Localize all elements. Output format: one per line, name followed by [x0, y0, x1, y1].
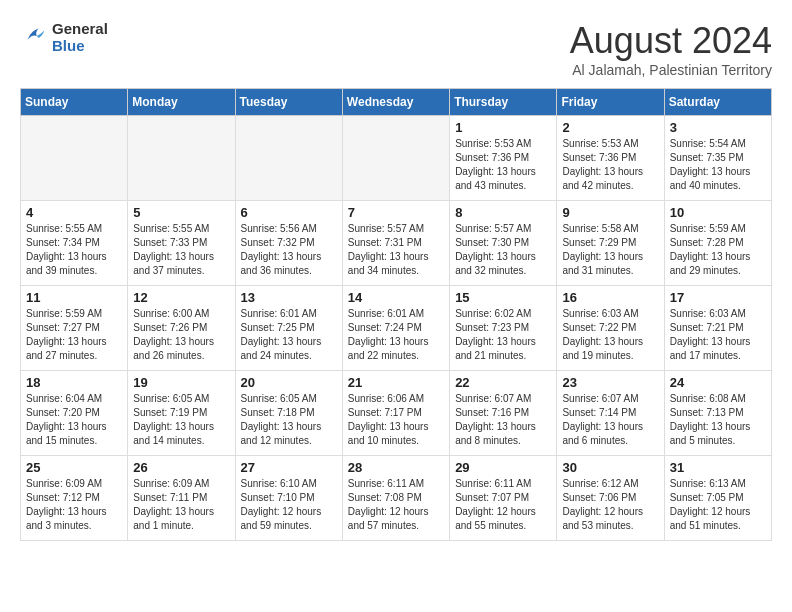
day-info: Sunrise: 5:53 AM Sunset: 7:36 PM Dayligh…: [562, 137, 658, 193]
day-info: Sunrise: 6:09 AM Sunset: 7:11 PM Dayligh…: [133, 477, 229, 533]
day-number: 4: [26, 205, 122, 220]
day-info: Sunrise: 6:03 AM Sunset: 7:21 PM Dayligh…: [670, 307, 766, 363]
calendar-cell: [342, 116, 449, 201]
calendar-cell: 30Sunrise: 6:12 AM Sunset: 7:06 PM Dayli…: [557, 456, 664, 541]
day-number: 22: [455, 375, 551, 390]
day-number: 10: [670, 205, 766, 220]
calendar-cell: 13Sunrise: 6:01 AM Sunset: 7:25 PM Dayli…: [235, 286, 342, 371]
day-number: 8: [455, 205, 551, 220]
day-info: Sunrise: 6:07 AM Sunset: 7:14 PM Dayligh…: [562, 392, 658, 448]
calendar-cell: 9Sunrise: 5:58 AM Sunset: 7:29 PM Daylig…: [557, 201, 664, 286]
month-title: August 2024: [570, 20, 772, 62]
day-info: Sunrise: 6:11 AM Sunset: 7:07 PM Dayligh…: [455, 477, 551, 533]
calendar-title-block: August 2024 Al Jalamah, Palestinian Terr…: [570, 20, 772, 78]
day-info: Sunrise: 6:08 AM Sunset: 7:13 PM Dayligh…: [670, 392, 766, 448]
day-number: 28: [348, 460, 444, 475]
day-info: Sunrise: 5:55 AM Sunset: 7:34 PM Dayligh…: [26, 222, 122, 278]
day-number: 2: [562, 120, 658, 135]
day-info: Sunrise: 5:58 AM Sunset: 7:29 PM Dayligh…: [562, 222, 658, 278]
day-info: Sunrise: 6:01 AM Sunset: 7:25 PM Dayligh…: [241, 307, 337, 363]
day-number: 26: [133, 460, 229, 475]
day-info: Sunrise: 6:12 AM Sunset: 7:06 PM Dayligh…: [562, 477, 658, 533]
calendar-cell: 6Sunrise: 5:56 AM Sunset: 7:32 PM Daylig…: [235, 201, 342, 286]
calendar-cell: [128, 116, 235, 201]
calendar-cell: 24Sunrise: 6:08 AM Sunset: 7:13 PM Dayli…: [664, 371, 771, 456]
calendar-cell: 15Sunrise: 6:02 AM Sunset: 7:23 PM Dayli…: [450, 286, 557, 371]
day-number: 13: [241, 290, 337, 305]
calendar-cell: 25Sunrise: 6:09 AM Sunset: 7:12 PM Dayli…: [21, 456, 128, 541]
day-number: 24: [670, 375, 766, 390]
calendar-cell: 23Sunrise: 6:07 AM Sunset: 7:14 PM Dayli…: [557, 371, 664, 456]
day-info: Sunrise: 5:56 AM Sunset: 7:32 PM Dayligh…: [241, 222, 337, 278]
calendar-cell: 2Sunrise: 5:53 AM Sunset: 7:36 PM Daylig…: [557, 116, 664, 201]
day-number: 18: [26, 375, 122, 390]
day-info: Sunrise: 6:03 AM Sunset: 7:22 PM Dayligh…: [562, 307, 658, 363]
day-info: Sunrise: 6:11 AM Sunset: 7:08 PM Dayligh…: [348, 477, 444, 533]
header-thursday: Thursday: [450, 89, 557, 116]
day-info: Sunrise: 6:05 AM Sunset: 7:19 PM Dayligh…: [133, 392, 229, 448]
page-header: General Blue August 2024 Al Jalamah, Pal…: [20, 20, 772, 78]
day-number: 23: [562, 375, 658, 390]
day-number: 31: [670, 460, 766, 475]
day-info: Sunrise: 5:55 AM Sunset: 7:33 PM Dayligh…: [133, 222, 229, 278]
day-number: 6: [241, 205, 337, 220]
location-title: Al Jalamah, Palestinian Territory: [570, 62, 772, 78]
calendar-table: Sunday Monday Tuesday Wednesday Thursday…: [20, 88, 772, 541]
day-number: 9: [562, 205, 658, 220]
day-number: 12: [133, 290, 229, 305]
calendar-cell: 28Sunrise: 6:11 AM Sunset: 7:08 PM Dayli…: [342, 456, 449, 541]
day-info: Sunrise: 5:59 AM Sunset: 7:28 PM Dayligh…: [670, 222, 766, 278]
day-number: 15: [455, 290, 551, 305]
calendar-cell: 16Sunrise: 6:03 AM Sunset: 7:22 PM Dayli…: [557, 286, 664, 371]
logo: General Blue: [20, 20, 108, 54]
header-sunday: Sunday: [21, 89, 128, 116]
calendar-cell: 29Sunrise: 6:11 AM Sunset: 7:07 PM Dayli…: [450, 456, 557, 541]
day-number: 5: [133, 205, 229, 220]
calendar-week-2: 4Sunrise: 5:55 AM Sunset: 7:34 PM Daylig…: [21, 201, 772, 286]
calendar-cell: [21, 116, 128, 201]
day-info: Sunrise: 6:09 AM Sunset: 7:12 PM Dayligh…: [26, 477, 122, 533]
day-number: 7: [348, 205, 444, 220]
calendar-cell: 21Sunrise: 6:06 AM Sunset: 7:17 PM Dayli…: [342, 371, 449, 456]
calendar-cell: 17Sunrise: 6:03 AM Sunset: 7:21 PM Dayli…: [664, 286, 771, 371]
day-info: Sunrise: 6:07 AM Sunset: 7:16 PM Dayligh…: [455, 392, 551, 448]
header-monday: Monday: [128, 89, 235, 116]
calendar-cell: 20Sunrise: 6:05 AM Sunset: 7:18 PM Dayli…: [235, 371, 342, 456]
calendar-cell: 18Sunrise: 6:04 AM Sunset: 7:20 PM Dayli…: [21, 371, 128, 456]
day-info: Sunrise: 5:53 AM Sunset: 7:36 PM Dayligh…: [455, 137, 551, 193]
day-info: Sunrise: 5:57 AM Sunset: 7:30 PM Dayligh…: [455, 222, 551, 278]
calendar-cell: 11Sunrise: 5:59 AM Sunset: 7:27 PM Dayli…: [21, 286, 128, 371]
calendar-cell: 22Sunrise: 6:07 AM Sunset: 7:16 PM Dayli…: [450, 371, 557, 456]
calendar-week-3: 11Sunrise: 5:59 AM Sunset: 7:27 PM Dayli…: [21, 286, 772, 371]
logo-text: General Blue: [52, 20, 108, 54]
day-info: Sunrise: 5:59 AM Sunset: 7:27 PM Dayligh…: [26, 307, 122, 363]
calendar-cell: [235, 116, 342, 201]
day-number: 29: [455, 460, 551, 475]
day-info: Sunrise: 5:57 AM Sunset: 7:31 PM Dayligh…: [348, 222, 444, 278]
day-info: Sunrise: 6:10 AM Sunset: 7:10 PM Dayligh…: [241, 477, 337, 533]
day-info: Sunrise: 6:06 AM Sunset: 7:17 PM Dayligh…: [348, 392, 444, 448]
header-friday: Friday: [557, 89, 664, 116]
calendar-cell: 4Sunrise: 5:55 AM Sunset: 7:34 PM Daylig…: [21, 201, 128, 286]
day-number: 11: [26, 290, 122, 305]
day-info: Sunrise: 6:05 AM Sunset: 7:18 PM Dayligh…: [241, 392, 337, 448]
calendar-cell: 31Sunrise: 6:13 AM Sunset: 7:05 PM Dayli…: [664, 456, 771, 541]
calendar-cell: 19Sunrise: 6:05 AM Sunset: 7:19 PM Dayli…: [128, 371, 235, 456]
day-info: Sunrise: 6:02 AM Sunset: 7:23 PM Dayligh…: [455, 307, 551, 363]
day-number: 16: [562, 290, 658, 305]
calendar-cell: 27Sunrise: 6:10 AM Sunset: 7:10 PM Dayli…: [235, 456, 342, 541]
calendar-cell: 10Sunrise: 5:59 AM Sunset: 7:28 PM Dayli…: [664, 201, 771, 286]
calendar-week-5: 25Sunrise: 6:09 AM Sunset: 7:12 PM Dayli…: [21, 456, 772, 541]
day-number: 14: [348, 290, 444, 305]
calendar-cell: 8Sunrise: 5:57 AM Sunset: 7:30 PM Daylig…: [450, 201, 557, 286]
day-info: Sunrise: 6:00 AM Sunset: 7:26 PM Dayligh…: [133, 307, 229, 363]
calendar-week-1: 1Sunrise: 5:53 AM Sunset: 7:36 PM Daylig…: [21, 116, 772, 201]
header-wednesday: Wednesday: [342, 89, 449, 116]
day-number: 25: [26, 460, 122, 475]
day-number: 20: [241, 375, 337, 390]
day-info: Sunrise: 6:04 AM Sunset: 7:20 PM Dayligh…: [26, 392, 122, 448]
calendar-week-4: 18Sunrise: 6:04 AM Sunset: 7:20 PM Dayli…: [21, 371, 772, 456]
calendar-header-row: Sunday Monday Tuesday Wednesday Thursday…: [21, 89, 772, 116]
day-number: 3: [670, 120, 766, 135]
day-number: 19: [133, 375, 229, 390]
